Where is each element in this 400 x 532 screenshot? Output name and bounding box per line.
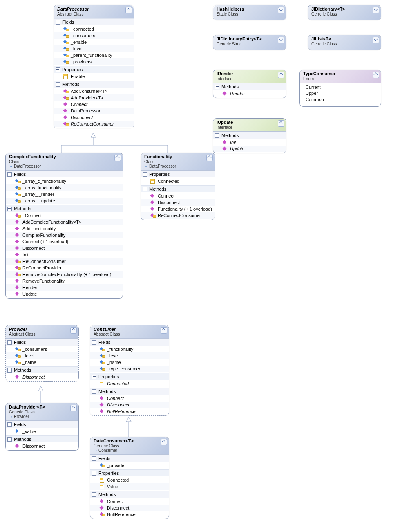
member-row[interactable]: ComplexFunctionality: [6, 232, 123, 238]
member-row[interactable]: Update: [213, 146, 286, 152]
member-row[interactable]: Connect: [54, 101, 134, 108]
collapse-icon[interactable]: [373, 72, 379, 78]
toggle-icon[interactable]: [92, 456, 96, 461]
collapse-icon[interactable]: [70, 405, 77, 411]
class-DataProcessor[interactable]: DataProcessor Abstract Class Fields_conn…: [54, 5, 134, 128]
section-fields[interactable]: Fields: [6, 171, 123, 177]
member-row[interactable]: _providers: [54, 58, 134, 65]
class-Consumer[interactable]: Consumer Abstract Class Fields_functiona…: [90, 325, 169, 416]
member-row[interactable]: AddComplexFunctionality<T>: [6, 219, 123, 225]
toggle-icon[interactable]: [92, 471, 96, 476]
section-fields[interactable]: Fields: [54, 19, 134, 25]
toggle-icon[interactable]: [7, 368, 12, 373]
toggle-icon[interactable]: [56, 67, 60, 72]
toggle-icon[interactable]: [92, 340, 96, 345]
member-row[interactable]: _level: [54, 45, 134, 52]
class-ComplexFunctionality[interactable]: ComplexFunctionality Class →DataProcesso…: [5, 153, 123, 299]
toggle-icon[interactable]: [92, 389, 96, 394]
member-row[interactable]: Render: [213, 90, 286, 97]
section-methods[interactable]: Methods: [6, 436, 78, 442]
toggle-icon[interactable]: [7, 340, 12, 345]
member-row[interactable]: Update: [6, 291, 123, 297]
member-row[interactable]: Connected: [90, 477, 169, 483]
collapse-icon[interactable]: [278, 120, 284, 127]
member-row[interactable]: _level: [90, 352, 169, 359]
toggle-icon[interactable]: [92, 492, 96, 497]
section-fields[interactable]: Fields: [6, 339, 78, 346]
member-row[interactable]: Disconnect: [6, 245, 123, 251]
section-methods[interactable]: Methods: [6, 367, 78, 373]
member-row[interactable]: Disconnect: [141, 199, 215, 206]
toggle-icon[interactable]: [143, 187, 147, 191]
collapse-icon[interactable]: [206, 155, 213, 161]
expand-icon[interactable]: [373, 7, 379, 13]
collapse-icon[interactable]: [114, 155, 121, 161]
toggle-icon[interactable]: [7, 207, 12, 211]
member-row[interactable]: _name: [6, 359, 78, 366]
expand-icon[interactable]: [278, 7, 284, 13]
toggle-icon[interactable]: [56, 20, 60, 25]
expand-icon[interactable]: [278, 37, 284, 43]
section-methods[interactable]: Methods: [213, 83, 286, 90]
member-row[interactable]: _provider: [90, 462, 169, 469]
member-row[interactable]: Connected: [141, 178, 215, 184]
member-row[interactable]: Disconnect: [6, 443, 78, 449]
toggle-icon[interactable]: [56, 82, 60, 87]
member-row[interactable]: Functionality (+ 1 overload): [141, 206, 215, 212]
section-properties[interactable]: Properties: [54, 66, 134, 73]
toggle-icon[interactable]: [92, 375, 96, 379]
section-properties[interactable]: Properties: [141, 171, 215, 177]
section-methods[interactable]: Methods: [6, 205, 123, 212]
member-row[interactable]: _consumers: [54, 32, 134, 39]
interface-IRender[interactable]: IRender Interface MethodsRender: [213, 70, 286, 98]
member-row[interactable]: _type_consumer: [90, 366, 169, 372]
collapse-icon[interactable]: [70, 327, 77, 334]
section-methods[interactable]: Methods: [141, 186, 215, 192]
member-row[interactable]: _parent_functionality: [54, 52, 134, 58]
interface-IUpdate[interactable]: IUpdate Interface MethodsInitUpdate: [213, 118, 286, 153]
member-row[interactable]: _array_c_functionality: [6, 178, 123, 184]
section-methods[interactable]: Methods: [213, 132, 286, 139]
member-row[interactable]: Disconnect: [90, 402, 169, 408]
member-row[interactable]: Connected: [90, 380, 169, 387]
member-row[interactable]: RemoveFunctionality: [6, 278, 123, 284]
member-row[interactable]: _enable: [54, 39, 134, 45]
section-fields[interactable]: Fields: [6, 421, 78, 428]
member-row[interactable]: Render: [6, 284, 123, 291]
member-row[interactable]: _functionality: [90, 346, 169, 352]
member-row[interactable]: Value: [90, 483, 169, 490]
class-DataConsumer[interactable]: DataConsumer<T> Generic Class →Consumer …: [90, 437, 169, 519]
member-row[interactable]: Disconnect: [90, 505, 169, 511]
member-row[interactable]: _level: [6, 352, 78, 359]
toggle-icon[interactable]: [7, 172, 12, 177]
class-Provider[interactable]: Provider Abstract Class Fields_consumers…: [5, 325, 79, 382]
member-row[interactable]: _value: [6, 428, 78, 435]
toggle-icon[interactable]: [215, 85, 219, 89]
section-fields[interactable]: Fields: [90, 455, 169, 462]
class-Functionality[interactable]: Functionality Class →DataProcessor Prope…: [141, 153, 215, 220]
member-row[interactable]: _array_functionality: [6, 184, 123, 191]
member-row[interactable]: NullReference: [90, 408, 169, 415]
class-HashHelpers[interactable]: HashHelpers Static Class: [213, 5, 286, 20]
collapse-icon[interactable]: [278, 72, 284, 78]
class-DataProvider[interactable]: DataProvider<T> Generic Class →Provider …: [5, 403, 79, 451]
class-JiDictionaryEntry[interactable]: JiDictionaryEntry<T> Generic Struct: [213, 35, 286, 50]
collapse-icon[interactable]: [161, 327, 167, 334]
member-row[interactable]: ReConnectConsumer: [54, 121, 134, 127]
section-methods[interactable]: Methods: [54, 81, 134, 88]
member-row[interactable]: _array_i_render: [6, 191, 123, 198]
member-row[interactable]: _array_i_update: [6, 198, 123, 204]
section-methods[interactable]: Methods: [90, 388, 169, 395]
member-row[interactable]: Init: [213, 139, 286, 146]
member-row[interactable]: DataProcessor: [54, 108, 134, 114]
toggle-icon[interactable]: [7, 422, 12, 427]
toggle-icon[interactable]: [143, 172, 147, 177]
member-row[interactable]: NullReference: [90, 511, 169, 518]
enum-TypeConsumer[interactable]: TypeConsumer Enum CurrentUpperCommon: [299, 70, 381, 107]
collapse-icon[interactable]: [161, 439, 167, 445]
member-row[interactable]: Init: [6, 251, 123, 258]
member-row[interactable]: Connect (+ 1 overload): [6, 238, 123, 245]
class-JiList[interactable]: JiList<T> Generic Class: [308, 35, 381, 50]
member-row[interactable]: _consumers: [6, 346, 78, 352]
member-row[interactable]: Enable: [54, 73, 134, 80]
